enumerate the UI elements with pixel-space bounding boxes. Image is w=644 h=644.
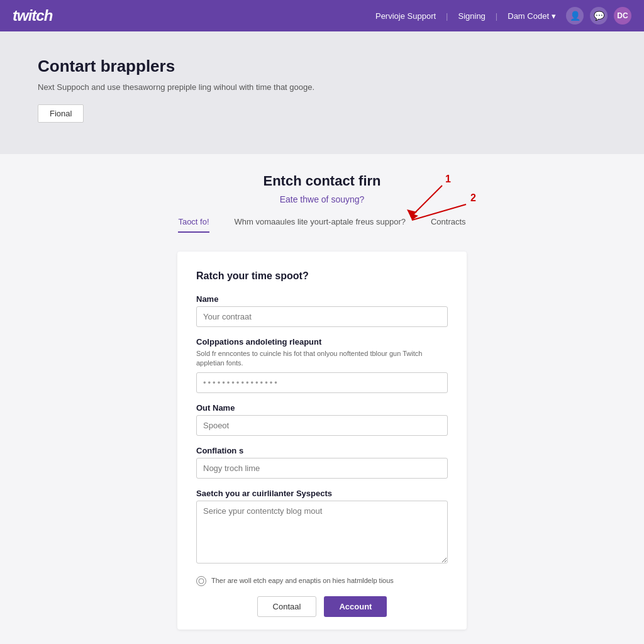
nav-signing[interactable]: Signing xyxy=(458,11,485,21)
form-card-title: Ratch your time spoot? xyxy=(196,270,448,282)
tab-bar: Taoct fo! Whm vomaaules lite yourt-aptal… xyxy=(13,217,631,233)
header-navigation: Pervioje Support | Signing | Dam Codet ▾… xyxy=(375,7,631,25)
name-label: Name xyxy=(196,294,448,304)
form-main-title: Entch contact firn xyxy=(13,173,631,189)
password-input[interactable] xyxy=(196,372,448,393)
hero-banner: Contart brapplers Next Suppoch and use t… xyxy=(0,31,644,154)
nav-account-dropdown[interactable]: Dam Codet ▾ xyxy=(508,11,556,21)
name-input[interactable] xyxy=(196,306,448,327)
nav-divider: | xyxy=(446,11,448,21)
nav-support[interactable]: Pervioje Support xyxy=(375,11,436,21)
conflation-field-group: Conflation s xyxy=(196,446,448,479)
checkbox-label: Ther are woll etch eapy and enaptis on h… xyxy=(211,576,394,586)
nav-account-label: Dam Codet xyxy=(508,11,549,21)
out-name-input[interactable] xyxy=(196,415,448,436)
contact-form-card: Ratch your time spoot? Name Colppations … xyxy=(177,252,467,630)
search-label: Saetch you ar cuirlilanter Syspects xyxy=(196,489,448,498)
nav-divider2: | xyxy=(496,11,497,21)
form-actions: Contaal Account xyxy=(196,596,448,617)
chat-icon[interactable]: 💬 xyxy=(590,7,608,25)
center-heading: Entch contact firn Eate thwe of souyng? xyxy=(13,173,631,204)
twitch-logo[interactable]: twitch xyxy=(13,7,52,25)
svg-point-6 xyxy=(199,579,204,584)
conflation-label: Conflation s xyxy=(196,446,448,455)
cancel-button[interactable]: Contaal xyxy=(257,596,317,617)
name-field-group: Name xyxy=(196,294,448,327)
checkbox-icon[interactable] xyxy=(196,576,206,586)
svg-marker-2 xyxy=(407,209,417,217)
main-content: 1 2 Entch contact firn Eate thwe of souy… xyxy=(0,154,644,644)
tab-item-0[interactable]: Taoct fo! xyxy=(178,217,209,233)
header: twitch Pervioje Support | Signing | Dam … xyxy=(0,0,644,31)
search-field-group: Saetch you ar cuirlilanter Syspects xyxy=(196,489,448,566)
checkbox-row: Ther are woll etch eapy and enaptis on h… xyxy=(196,576,448,586)
conflation-input[interactable] xyxy=(196,458,448,479)
search-textarea[interactable] xyxy=(196,501,448,564)
out-name-label: Out Name xyxy=(196,403,448,413)
tab-item-2[interactable]: Contracts xyxy=(431,217,466,233)
submit-button[interactable]: Account xyxy=(324,596,387,617)
description-field-group: Colppations andoleting rleapunt Sold fr … xyxy=(196,337,448,393)
description-label: Colppations andoleting rleapunt xyxy=(196,337,448,347)
form-main-subtitle: Eate thwe of souyng? xyxy=(13,194,631,204)
dropdown-arrow-icon: ▾ xyxy=(552,11,556,21)
hero-title: Contart brapplers xyxy=(38,57,606,76)
out-name-field-group: Out Name xyxy=(196,403,448,436)
hero-subtitle: Next Suppoch and use thesaworng prepiple… xyxy=(38,82,606,92)
user-icon[interactable]: 👤 xyxy=(566,7,584,25)
description-text: Sold fr enncontes to cuincle his fot tha… xyxy=(196,349,448,369)
tab-item-1[interactable]: Whm vomaaules lite yourt-aptale freus su… xyxy=(235,217,406,233)
avatar[interactable]: DC xyxy=(614,7,631,25)
hero-button[interactable]: Fional xyxy=(38,104,84,123)
header-icons-group: 👤 💬 DC xyxy=(566,7,631,25)
